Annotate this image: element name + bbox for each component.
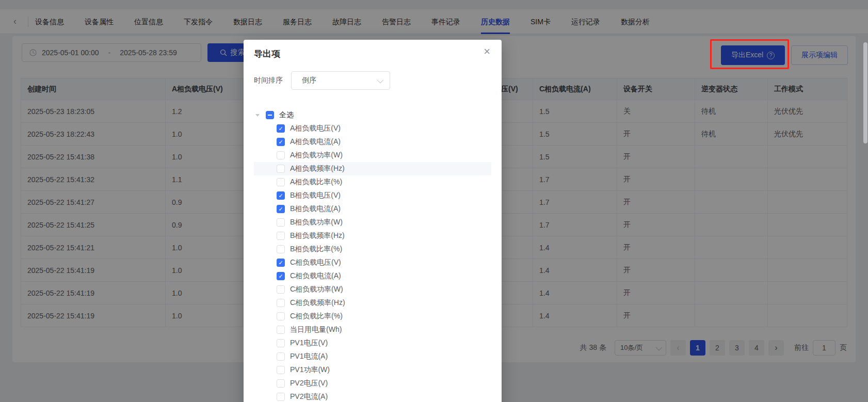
export-item-label: C相负载电流(A) — [290, 271, 341, 281]
export-item-A相负载比率(%)[interactable]: A相负载比率(%) — [254, 175, 491, 189]
export-item-checkbox[interactable] — [277, 326, 285, 334]
export-item-label: B相负载电流(A) — [290, 204, 341, 214]
export-item-B相负载比率(%)[interactable]: B相负载比率(%) — [254, 243, 491, 256]
time-sort-select[interactable]: 倒序 — [291, 71, 390, 90]
export-item-C相负载功率(W)[interactable]: C相负载功率(W) — [254, 283, 491, 296]
export-item-label: C相负载电压(V) — [290, 258, 341, 267]
export-item-B相负载电流(A)[interactable]: ✓B相负载电流(A) — [254, 202, 491, 216]
export-item-checkbox[interactable]: ✓ — [277, 259, 285, 267]
export-item-PV1电流(A)[interactable]: PV1电流(A) — [254, 350, 491, 363]
export-item-label: PV2电压(V) — [290, 379, 328, 388]
export-item-PV2电压(V)[interactable]: PV2电压(V) — [254, 377, 491, 390]
export-item-A相负载频率(Hz)[interactable]: A相负载频率(Hz) — [254, 162, 491, 175]
export-item-checkbox[interactable] — [277, 299, 285, 307]
export-item-PV2电流(A)[interactable]: PV2电流(A) — [254, 390, 491, 402]
select-all-checkbox[interactable] — [266, 111, 274, 119]
export-item-label: A相负载功率(W) — [290, 151, 343, 160]
export-item-checkbox[interactable]: ✓ — [277, 205, 285, 213]
export-item-A相负载电压(V)[interactable]: ✓A相负载电压(V) — [254, 122, 491, 135]
export-item-checkbox[interactable]: ✓ — [277, 191, 285, 200]
time-sort-row: 时间排序 倒序 — [254, 71, 390, 90]
export-item-label: A相负载电压(V) — [290, 124, 341, 133]
export-item-checkbox[interactable] — [277, 232, 285, 240]
export-item-B相负载电压(V)[interactable]: ✓B相负载电压(V) — [254, 189, 491, 202]
export-item-PV1功率(W)[interactable]: PV1功率(W) — [254, 363, 491, 377]
export-item-checkbox[interactable] — [277, 285, 285, 294]
export-item-B相负载功率(W)[interactable]: B相负载功率(W) — [254, 216, 491, 229]
select-all-label: 全选 — [279, 110, 294, 120]
export-item-label: A相负载电流(A) — [290, 137, 341, 147]
export-item-label: 当日用电量(Wh) — [290, 325, 342, 334]
export-item-label: PV1电流(A) — [290, 352, 328, 361]
export-item-label: C相负载频率(Hz) — [290, 298, 345, 308]
export-item-label: A相负载比率(%) — [290, 178, 342, 187]
export-item-label: B相负载电压(V) — [290, 191, 341, 200]
export-item-label: B相负载功率(W) — [290, 218, 343, 227]
export-item-C相负载比率(%)[interactable]: C相负载比率(%) — [254, 310, 491, 323]
modal-title: 导出项 — [254, 48, 280, 60]
export-item-checkbox[interactable] — [277, 393, 285, 401]
export-item-checkbox[interactable]: ✓ — [277, 138, 285, 146]
export-item-C相负载频率(Hz)[interactable]: C相负载频率(Hz) — [254, 296, 491, 310]
export-item-checkbox[interactable]: ✓ — [277, 272, 285, 280]
export-item-A相负载电流(A)[interactable]: ✓A相负载电流(A) — [254, 135, 491, 149]
export-item-A相负载功率(W)[interactable]: A相负载功率(W) — [254, 149, 491, 162]
export-item-PV1电压(V)[interactable]: PV1电压(V) — [254, 336, 491, 350]
export-item-C相负载电流(A)[interactable]: ✓C相负载电流(A) — [254, 269, 491, 283]
export-item-label: B相负载频率(Hz) — [290, 231, 345, 240]
export-item-label: C相负载功率(W) — [290, 285, 343, 294]
export-items-modal: 导出项 × 时间排序 倒序 全选 ✓A相负载电压(V)✓A相负载电流(A)A相负… — [244, 40, 502, 402]
export-item-checkbox[interactable] — [277, 165, 285, 173]
annotation-red-box — [710, 39, 789, 69]
export-item-checkbox[interactable]: ✓ — [277, 124, 285, 133]
export-item-checkbox[interactable] — [277, 218, 285, 227]
vertical-scrollbar-thumb[interactable] — [863, 42, 867, 143]
export-item-checkbox[interactable] — [277, 245, 285, 253]
export-items-list: ✓A相负载电压(V)✓A相负载电流(A)A相负载功率(W)A相负载频率(Hz)A… — [254, 122, 491, 402]
select-all-row[interactable]: 全选 — [254, 108, 491, 122]
export-item-label: PV2电流(A) — [290, 392, 328, 401]
export-item-B相负载频率(Hz)[interactable]: B相负载频率(Hz) — [254, 229, 491, 243]
export-item-checkbox[interactable] — [277, 151, 285, 159]
export-item-label: B相负载比率(%) — [290, 245, 342, 254]
export-item-C相负载电压(V)[interactable]: ✓C相负载电压(V) — [254, 256, 491, 269]
caret-down-icon[interactable] — [255, 114, 260, 117]
time-sort-value: 倒序 — [302, 76, 316, 85]
export-item-label: C相负载比率(%) — [290, 312, 343, 321]
export-item-当日用电量(Wh)[interactable]: 当日用电量(Wh) — [254, 323, 491, 336]
export-item-checkbox[interactable] — [277, 366, 285, 374]
export-item-label: A相负载频率(Hz) — [290, 164, 345, 173]
export-item-checkbox[interactable] — [277, 178, 285, 186]
chevron-down-icon — [377, 76, 384, 83]
close-icon[interactable]: × — [484, 46, 490, 57]
export-item-checkbox[interactable] — [277, 312, 285, 320]
export-items-tree: 全选 ✓A相负载电压(V)✓A相负载电流(A)A相负载功率(W)A相负载频率(H… — [254, 108, 491, 402]
export-item-checkbox[interactable] — [277, 339, 285, 347]
time-sort-label: 时间排序 — [254, 76, 283, 85]
export-item-checkbox[interactable] — [277, 352, 285, 361]
export-item-checkbox[interactable] — [277, 379, 285, 388]
export-item-label: PV1功率(W) — [290, 365, 330, 375]
export-item-label: PV1电压(V) — [290, 339, 328, 348]
